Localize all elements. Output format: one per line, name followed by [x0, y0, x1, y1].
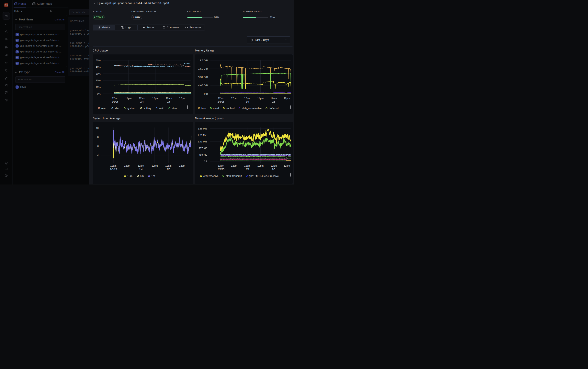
svg-text:2/4: 2/4: [246, 168, 249, 171]
svg-text:2/4: 2/4: [246, 100, 249, 103]
svg-text:12am: 12am: [165, 164, 171, 167]
svg-text:2/4: 2/4: [140, 100, 144, 103]
svg-text:12am: 12am: [218, 164, 224, 167]
svg-text:12pm: 12pm: [125, 97, 132, 100]
svg-text:10%: 10%: [95, 86, 100, 88]
svg-text:12pm: 12pm: [231, 164, 237, 167]
svg-text:18.6 GiB: 18.6 GiB: [198, 59, 208, 62]
svg-text:2/5: 2/5: [167, 168, 170, 171]
svg-text:2/4: 2/4: [139, 168, 143, 171]
svg-text:1.91 MiB: 1.91 MiB: [198, 134, 207, 137]
svg-text:12pm: 12pm: [231, 97, 237, 100]
svg-text:12am: 12am: [110, 164, 116, 167]
svg-text:12am: 12am: [139, 97, 145, 100]
svg-text:40%: 40%: [95, 66, 100, 68]
svg-text:12am: 12am: [244, 97, 250, 100]
svg-text:0%: 0%: [97, 92, 100, 95]
svg-text:12pm: 12pm: [284, 97, 290, 100]
svg-text:12pm: 12pm: [179, 164, 185, 167]
svg-text:12pm: 12pm: [179, 97, 185, 100]
svg-text:488 KiB: 488 KiB: [199, 154, 207, 156]
svg-text:12am: 12am: [138, 164, 144, 167]
svg-text:2/5: 2/5: [167, 100, 170, 103]
svg-text:30%: 30%: [95, 72, 100, 75]
svg-text:12am: 12am: [271, 97, 277, 100]
svg-text:12am: 12am: [218, 97, 224, 100]
svg-text:6: 6: [97, 145, 99, 148]
svg-text:12am: 12am: [271, 164, 277, 167]
svg-text:20%: 20%: [95, 79, 100, 82]
svg-text:12am: 12am: [112, 97, 118, 100]
svg-text:12pm: 12pm: [152, 164, 158, 167]
svg-text:2/3/25: 2/3/25: [217, 168, 224, 171]
svg-text:2/5: 2/5: [272, 100, 275, 103]
svg-text:4.66 GiB: 4.66 GiB: [198, 84, 208, 87]
svg-text:2/3/25: 2/3/25: [217, 100, 224, 103]
svg-text:4: 4: [97, 154, 99, 157]
svg-text:0 B: 0 B: [204, 92, 208, 95]
svg-text:12pm: 12pm: [258, 97, 264, 100]
svg-text:14.0 GiB: 14.0 GiB: [198, 67, 208, 70]
svg-text:0 B: 0 B: [204, 160, 207, 163]
svg-text:2/5: 2/5: [272, 168, 275, 171]
svg-text:12pm: 12pm: [258, 164, 264, 167]
svg-text:10: 10: [96, 127, 99, 130]
svg-text:2/3/25: 2/3/25: [112, 100, 119, 103]
svg-text:12am: 12am: [244, 164, 250, 167]
svg-text:12pm: 12pm: [152, 97, 158, 100]
svg-text:8: 8: [97, 136, 99, 139]
svg-text:2.38 MiB: 2.38 MiB: [198, 127, 207, 130]
svg-text:12am: 12am: [166, 97, 172, 100]
svg-text:977 KiB: 977 KiB: [199, 147, 207, 150]
svg-text:50%: 50%: [95, 59, 100, 62]
svg-text:12pm: 12pm: [284, 164, 290, 167]
svg-text:12pm: 12pm: [124, 164, 130, 167]
svg-text:1.43 MiB: 1.43 MiB: [198, 140, 207, 143]
svg-text:9.31 GiB: 9.31 GiB: [198, 76, 208, 78]
svg-text:2/3/25: 2/3/25: [110, 168, 117, 171]
